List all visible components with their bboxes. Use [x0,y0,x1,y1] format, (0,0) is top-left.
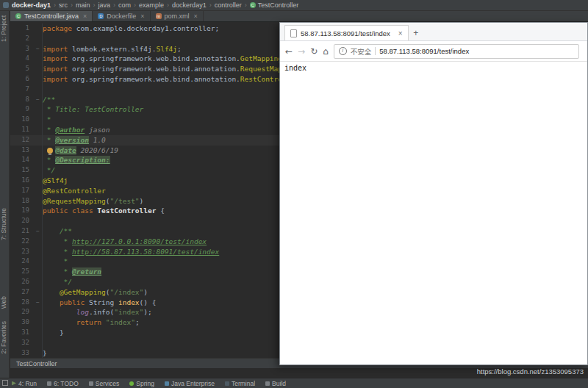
fold-marker[interactable]: − [34,298,43,308]
services-icon [89,381,93,386]
fold-marker [34,176,43,186]
line-number[interactable]: 33 [10,348,34,359]
build-icon [265,381,270,386]
fold-marker [34,277,43,287]
url-text[interactable]: 58.87.113.58:8091/test/index [379,47,469,55]
status-item[interactable]: Java Enterprise [165,380,215,387]
breadcrumb-label: java [98,1,111,9]
tab-close-icon[interactable]: × [398,29,403,37]
status-item[interactable]: 6: TODO [47,380,79,387]
breadcrumb-item[interactable]: com [118,1,131,9]
fold-marker[interactable]: − [34,226,43,237]
fold-marker[interactable]: − [34,44,43,54]
breadcrumb-item[interactable]: docker-day1 [12,1,51,9]
status-item[interactable]: Terminal [225,380,255,387]
address-bar[interactable]: i 不安全 58.87.113.58:8091/test/index [334,44,579,59]
info-icon[interactable]: i [339,47,347,55]
line-number[interactable]: 19 [10,206,34,216]
editor-tab[interactable]: CTestController.java× [10,11,93,21]
line-number[interactable]: 18 [10,196,34,206]
line-number[interactable]: 12 [10,135,34,146]
line-number[interactable]: 8 [10,95,34,105]
line-number[interactable]: 21 [10,226,34,237]
fold-marker [34,74,43,85]
line-number[interactable]: 5 [10,64,34,74]
line-number[interactable]: 14 [10,155,34,165]
line-number[interactable]: 17 [10,186,34,196]
editor-tab[interactable]: mpom.xml× [151,11,204,21]
line-number[interactable]: 13 [10,146,34,156]
line-number[interactable]: 9 [10,104,34,115]
breadcrumb-item[interactable]: java [98,1,111,9]
browser-toolbar: ← → ↻ ⌂ i 不安全 58.87.113.58:8091/test/ind… [280,41,587,62]
toolwindow-structure[interactable]: 7: Structure [0,208,10,240]
status-item[interactable]: Spring [129,380,154,387]
tab-label: Dockerfile [107,12,136,20]
line-number[interactable]: 22 [10,237,34,247]
breadcrumb-item[interactable]: example [139,1,164,9]
line-number[interactable]: 27 [10,287,34,298]
editor-breadcrumb-item[interactable]: TestController [16,360,57,367]
browser-tab[interactable]: 58.87.113.58:8091/test/index × [284,25,409,40]
home-icon[interactable]: ⌂ [323,47,329,56]
breadcrumb-item[interactable]: dockerday1 [172,1,207,9]
breadcrumb-item[interactable]: CTestController [250,1,299,9]
line-number[interactable]: 3 [10,44,34,54]
tab-label: pom.xml [165,12,190,20]
line-number[interactable]: 1 [10,24,34,34]
editor-tab[interactable]: DDockerfile× [93,11,150,21]
line-number[interactable]: 26 [10,277,34,287]
todo-icon [47,381,51,386]
line-number[interactable]: 7 [10,85,34,95]
tab-close-icon[interactable]: × [83,12,87,20]
status-item[interactable]: Build [265,380,286,387]
new-tab-button[interactable]: + [409,25,423,40]
status-item[interactable]: Services [89,380,120,387]
line-number[interactable]: 4 [10,54,34,64]
fold-marker [34,24,43,34]
line-number[interactable]: 2 [10,34,34,44]
breadcrumb-item[interactable]: main [76,1,90,9]
line-number[interactable]: 16 [10,176,34,186]
breadcrumb-label: example [139,1,164,9]
line-number[interactable]: 15 [10,165,34,176]
breadcrumb-label: dockerday1 [172,1,207,9]
toolwindow-web[interactable]: Web [0,296,10,309]
breadcrumb-separator: › [167,1,169,9]
line-number[interactable]: 10 [10,115,34,125]
fold-marker [34,165,43,176]
line-number[interactable]: 24 [10,256,34,267]
breadcrumb-item[interactable]: src [59,1,68,9]
line-number[interactable]: 23 [10,247,34,257]
line-number[interactable]: 25 [10,267,34,277]
tab-close-icon[interactable]: × [194,12,198,20]
line-number[interactable]: 31 [10,328,34,338]
line-number[interactable]: 30 [10,317,34,328]
toolwindow-switcher-icon[interactable] [2,380,8,386]
page-text: index [284,64,306,72]
line-number[interactable]: 20 [10,216,34,226]
toolwindow-favorites[interactable]: 2: Favorites [0,321,10,353]
breadcrumb-item[interactable]: controller [215,1,242,9]
status-item-label: Services [96,380,120,387]
line-number[interactable]: 29 [10,307,34,317]
line-number[interactable]: 32 [10,338,34,348]
tab-close-icon[interactable]: × [140,12,144,20]
fold-marker [34,237,43,247]
toolwindow-project[interactable]: 1: Project [0,15,10,42]
line-number[interactable]: 11 [10,125,34,135]
status-item-label: Spring [136,380,154,387]
line-number[interactable]: 6 [10,74,34,85]
maven-icon: m [156,13,162,19]
screen: docker-day1›src›main›java›com›example›do… [0,0,588,388]
intention-bulb-icon[interactable] [47,148,53,154]
fold-marker [34,125,43,135]
breadcrumb-label: src [59,1,68,9]
fold-marker[interactable]: − [34,95,43,105]
line-number[interactable]: 28 [10,298,34,308]
status-item[interactable]: 4: Run [12,380,37,387]
back-icon[interactable]: ← [285,47,293,56]
breadcrumb-label: main [76,1,90,9]
browser-tab-title: 58.87.113.58:8091/test/index [301,29,390,37]
refresh-icon[interactable]: ↻ [310,47,318,56]
